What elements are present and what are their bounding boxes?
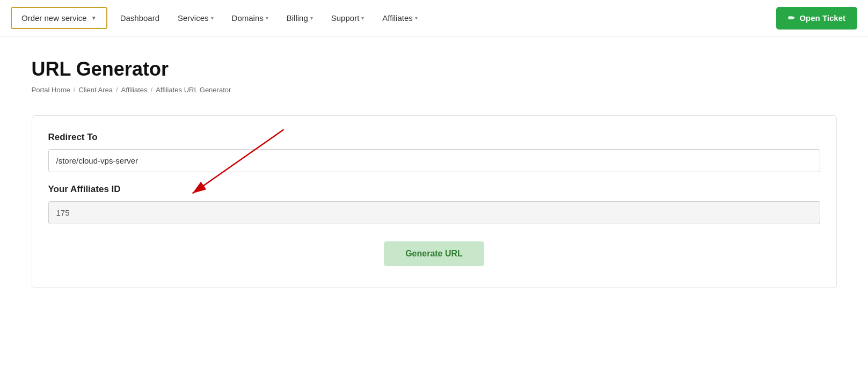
breadcrumb: Portal Home / Client Area / Affiliates /… <box>32 86 837 94</box>
affiliates-id-label: Your Affiliates ID <box>48 184 820 195</box>
affiliates-caret: ▾ <box>415 15 418 21</box>
breadcrumb-sep-2: / <box>116 86 118 94</box>
domains-caret: ▾ <box>266 15 268 21</box>
billing-caret: ▾ <box>310 15 313 21</box>
url-generator-card: Redirect To Your Affiliates ID Generate … <box>32 115 837 288</box>
order-new-service-button[interactable]: Order new service ▼ <box>11 7 107 29</box>
support-caret: ▾ <box>361 15 364 21</box>
order-btn-caret: ▼ <box>91 15 97 21</box>
navbar: Order new service ▼ Dashboard Services ▾… <box>0 0 868 36</box>
breadcrumb-affiliates[interactable]: Affiliates <box>121 86 148 94</box>
services-caret: ▾ <box>211 15 214 21</box>
open-ticket-button[interactable]: ✏ Open Ticket <box>776 7 857 30</box>
affiliates-id-field: Your Affiliates ID <box>48 184 820 236</box>
affiliates-id-input[interactable] <box>48 201 820 224</box>
redirect-to-field: Redirect To <box>48 132 820 184</box>
breadcrumb-url-generator[interactable]: Affiliates URL Generator <box>156 86 231 94</box>
order-new-service-label: Order new service <box>21 13 87 23</box>
redirect-to-label: Redirect To <box>48 132 820 143</box>
nav-billing[interactable]: Billing ▾ <box>279 8 320 28</box>
nav-domains[interactable]: Domains ▾ <box>224 8 276 28</box>
page-title: URL Generator <box>32 58 837 80</box>
page-content: URL Generator Portal Home / Client Area … <box>16 36 853 320</box>
open-ticket-label: Open Ticket <box>799 13 845 23</box>
nav-links: Dashboard Services ▾ Domains ▾ Billing ▾… <box>113 8 777 28</box>
nav-dashboard[interactable]: Dashboard <box>113 8 167 28</box>
generate-url-button[interactable]: Generate URL <box>384 241 484 266</box>
nav-support[interactable]: Support ▾ <box>324 8 372 28</box>
breadcrumb-portal-home[interactable]: Portal Home <box>32 86 70 94</box>
breadcrumb-sep-1: / <box>74 86 76 94</box>
nav-affiliates[interactable]: Affiliates ▾ <box>375 8 425 28</box>
breadcrumb-sep-3: / <box>151 86 153 94</box>
breadcrumb-client-area[interactable]: Client Area <box>78 86 113 94</box>
nav-services[interactable]: Services ▾ <box>170 8 221 28</box>
open-ticket-icon: ✏ <box>788 13 795 23</box>
redirect-to-input[interactable] <box>48 149 820 172</box>
